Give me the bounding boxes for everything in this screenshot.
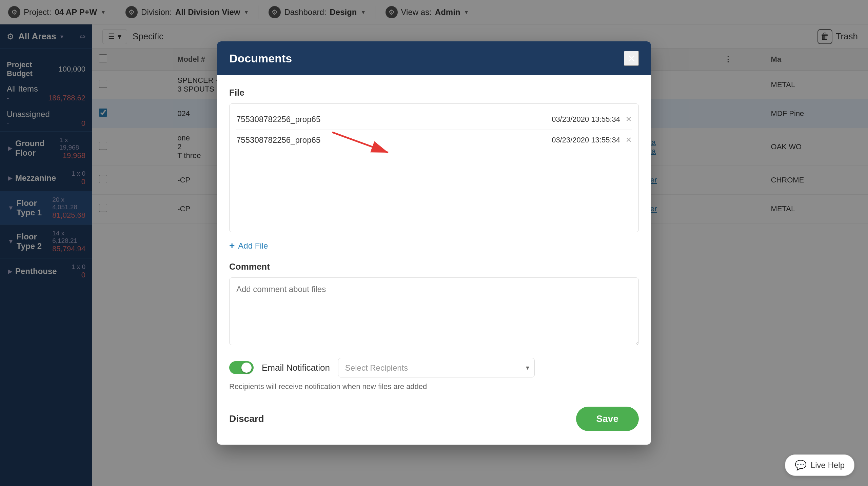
- comment-textarea[interactable]: [229, 277, 639, 345]
- file-date-2: 03/23/2020 13:55:34: [552, 136, 620, 144]
- save-button[interactable]: Save: [576, 407, 639, 431]
- toggle-track: [229, 361, 254, 374]
- discard-button[interactable]: Discard: [229, 413, 264, 424]
- comment-section-label: Comment: [229, 261, 639, 272]
- modal-title: Documents: [229, 52, 292, 65]
- add-file-label: Add File: [238, 241, 268, 251]
- toggle-thumb: [241, 363, 252, 373]
- file-date-1: 03/23/2020 13:55:34: [552, 115, 620, 124]
- email-toggle[interactable]: [229, 361, 254, 374]
- file-list: 755308782256_prop65 03/23/2020 13:55:34 …: [229, 103, 639, 232]
- live-help-button[interactable]: 💬 Live Help: [785, 454, 854, 476]
- email-notif-label: Email Notification: [262, 363, 330, 373]
- file-remove-2-button[interactable]: ✕: [626, 136, 632, 144]
- notif-hint: Recipients will receive notification whe…: [229, 382, 639, 391]
- modal-close-button[interactable]: ✕: [624, 51, 639, 66]
- documents-modal: Documents ✕ File 755308782256_prop65 03/…: [217, 41, 651, 445]
- file-item-2: 755308782256_prop65 03/23/2020 13:55:34 …: [236, 130, 632, 150]
- live-help-label: Live Help: [811, 461, 845, 470]
- modal-footer: Discard Save: [229, 403, 639, 431]
- modal-body: File 755308782256_prop65 03/23/2020 13:5…: [217, 75, 651, 445]
- email-notification-row: Email Notification Select Recipients ▾: [229, 358, 639, 377]
- file-item-1-actions: 03/23/2020 13:55:34 ✕: [552, 115, 632, 124]
- file-name-2: 755308782256_prop65: [236, 135, 320, 145]
- file-section-label: File: [229, 88, 639, 98]
- file-remove-1-button[interactable]: ✕: [626, 115, 632, 124]
- file-item-2-actions: 03/23/2020 13:55:34 ✕: [552, 136, 632, 144]
- recipients-select-container: Select Recipients ▾: [338, 358, 535, 377]
- add-file-button[interactable]: + Add File: [229, 240, 268, 251]
- recipients-select[interactable]: Select Recipients: [338, 358, 535, 377]
- file-name-1: 755308782256_prop65: [236, 115, 320, 124]
- file-item-1: 755308782256_prop65 03/23/2020 13:55:34 …: [236, 109, 632, 130]
- modal-header: Documents ✕: [217, 41, 651, 75]
- modal-overlay[interactable]: Documents ✕ File 755308782256_prop65 03/…: [0, 0, 868, 486]
- chat-icon: 💬: [795, 460, 807, 471]
- plus-icon: +: [229, 240, 235, 251]
